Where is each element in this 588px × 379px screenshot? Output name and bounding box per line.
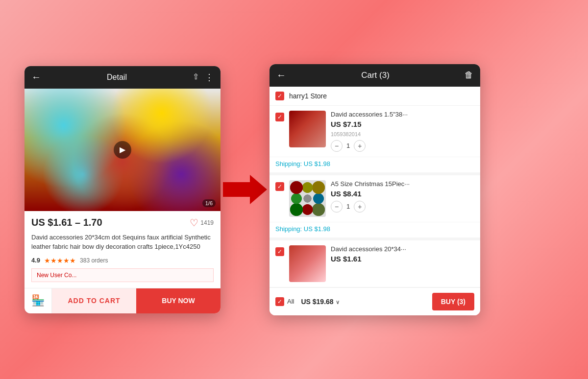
cart-back-button[interactable]: ← <box>276 70 286 81</box>
item-details-3: David accessories 20*34··· US $1.61 <box>331 245 474 282</box>
trash-icon[interactable]: 🗑 <box>465 70 473 80</box>
price-row: US $1.61 – 1.70 ♡ 1419 <box>31 217 214 229</box>
item-image-1 <box>289 111 326 147</box>
svg-marker-0 <box>223 175 267 204</box>
chevron-icon: ∨ <box>336 299 340 305</box>
product-title: David accessories 20*34cm dot Sequins fa… <box>31 233 214 252</box>
item-thumbnail-1 <box>289 111 326 147</box>
orders-count: 383 orders <box>80 257 108 264</box>
shipping-row-2: Shipping: US $1.98 <box>270 222 480 240</box>
shipping-row-1: Shipping: US $1.98 <box>270 157 480 175</box>
cart-item: ✓ David accessories 1.5"38··· US $7.15 1… <box>270 106 480 157</box>
more-icon[interactable]: ⋮ <box>205 72 214 83</box>
item-name-1: David accessories 1.5"38··· <box>331 111 474 118</box>
cart-item-2: ✓ A5 Size Christmas 15Piec··· US $8.41 −… <box>270 175 480 222</box>
cart-footer: ✓ All US $19.68 ∨ BUY (3) <box>270 287 480 315</box>
new-user-banner: New User Co... <box>31 268 214 282</box>
left-phone: ← Detail ⇧ ⋮ ▶ 1/6 US $1.61 – 1.70 ♡ 141… <box>24 66 220 313</box>
buy-cart-button[interactable]: BUY (3) <box>432 293 474 310</box>
buy-now-button[interactable]: BUY NOW <box>136 288 220 313</box>
quantity-row-1: − 1 + <box>331 140 474 152</box>
item-thumbnail-2 <box>289 180 326 217</box>
qty-plus-2[interactable]: + <box>354 201 366 213</box>
qty-minus-2[interactable]: − <box>331 201 343 213</box>
right-phone-header: ← Cart (3) 🗑 <box>270 64 480 87</box>
item-image-3 <box>289 245 326 282</box>
right-phone: ← Cart (3) 🗑 ✓ harry1 Store ✓ David acce… <box>270 64 480 315</box>
item-checkbox-2[interactable]: ✓ <box>275 180 284 217</box>
cart-item-3: ✓ David accessories 20*34··· US $1.61 <box>270 240 480 287</box>
like-area[interactable]: ♡ 1419 <box>190 217 214 229</box>
add-to-cart-button[interactable]: ADD TO CART <box>52 288 136 313</box>
all-label: All <box>287 298 294 305</box>
item-details-1: David accessories 1.5"38··· US $7.15 105… <box>331 111 474 152</box>
total-price: US $19.68 ∨ <box>301 298 428 306</box>
header-icons: ⇧ ⋮ <box>193 72 214 83</box>
rating-row: 4.9 ★★★★★ 383 orders <box>31 257 214 264</box>
rating-number: 4.9 <box>31 257 40 264</box>
item-image-2 <box>289 180 326 217</box>
like-count: 1419 <box>200 219 214 226</box>
item-checkbox-3[interactable]: ✓ <box>275 245 284 282</box>
store-name: harry1 Store <box>289 92 327 100</box>
share-icon[interactable]: ⇧ <box>193 72 199 83</box>
product-price: US $1.61 – 1.70 <box>31 217 102 228</box>
item-details-2: A5 Size Christmas 15Piec··· US $8.41 − 1… <box>331 180 474 217</box>
heart-icon: ♡ <box>190 217 198 229</box>
item-price-1: US $7.15 <box>331 120 474 128</box>
left-phone-header: ← Detail ⇧ ⋮ <box>24 66 220 89</box>
select-all-checkbox[interactable]: ✓ <box>275 297 284 306</box>
item-price-3: US $1.61 <box>331 255 474 263</box>
product-image-area: ▶ 1/6 <box>24 89 220 211</box>
star-rating: ★★★★★ <box>44 257 76 264</box>
big-arrow-svg <box>223 175 267 204</box>
store-checkbox[interactable]: ✓ <box>275 92 284 100</box>
item-name-3: David accessories 20*34··· <box>331 245 474 253</box>
store-row: ✓ harry1 Store <box>270 87 480 106</box>
qty-value-2: 1 <box>346 203 350 210</box>
quantity-row-2: − 1 + <box>331 201 474 213</box>
product-info: US $1.61 – 1.70 ♡ 1419 David accessories… <box>24 211 220 288</box>
page-title: Detail <box>107 73 127 82</box>
play-button[interactable]: ▶ <box>114 141 131 159</box>
store-icon: 🏪 <box>31 294 45 307</box>
qty-value-1: 1 <box>346 142 350 149</box>
item-name-2: A5 Size Christmas 15Piec··· <box>331 180 474 188</box>
back-button[interactable]: ← <box>31 71 41 83</box>
bottom-actions: 🏪 ADD TO CART BUY NOW <box>24 288 220 313</box>
cart-title: Cart (3) <box>291 71 460 80</box>
image-counter: 1/6 <box>202 199 216 207</box>
select-all-row: ✓ All <box>275 297 294 306</box>
qty-plus-1[interactable]: + <box>354 140 366 152</box>
item-price-2: US $8.41 <box>331 190 474 198</box>
item-thumbnail-3 <box>289 245 326 282</box>
qty-minus-1[interactable]: − <box>331 140 343 152</box>
item-checkbox-1[interactable]: ✓ <box>275 111 284 152</box>
item-sku-1: 1059382014 <box>331 131 474 137</box>
shop-icon[interactable]: 🏪 <box>24 288 52 313</box>
transition-arrow <box>220 175 270 204</box>
